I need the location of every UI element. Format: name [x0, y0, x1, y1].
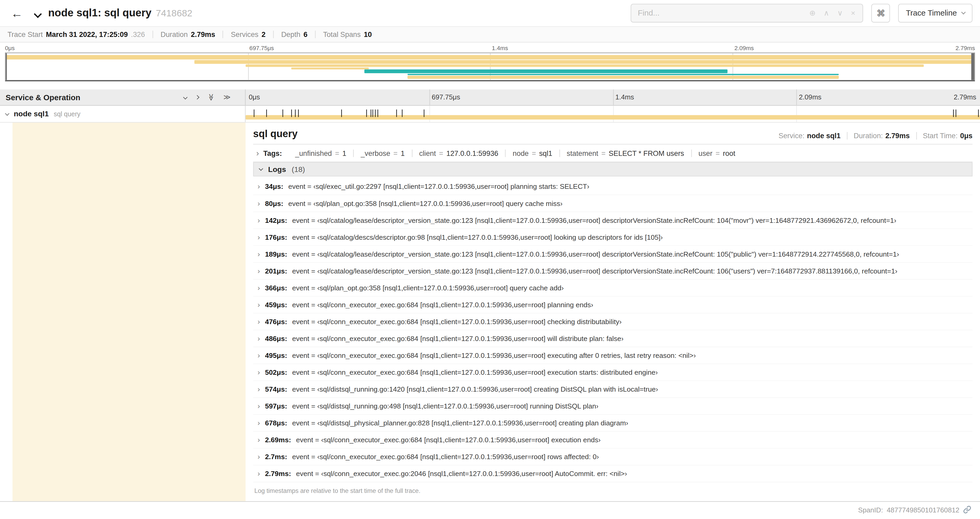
minimap-span-bar [246, 64, 924, 67]
span-collapse-chevron-icon[interactable] [5, 111, 10, 115]
span-detail-panel: sql query Service:node sql1 Duration:2.7… [245, 123, 980, 501]
log-marker-tick [423, 109, 424, 117]
log-time: 486μs: [265, 335, 287, 342]
minimap-graph[interactable] [5, 53, 975, 81]
log-marker-tick [291, 109, 292, 117]
log-row[interactable]: ›142μs:event = ‹sql/catalog/lease/descri… [253, 212, 973, 229]
log-row[interactable]: ›201μs:event = ‹sql/catalog/lease/descri… [253, 263, 973, 279]
log-text: event = ‹sql/conn_executor_exec.go:684 [… [292, 351, 696, 359]
collapse-all-icon[interactable]: ≫ [208, 94, 215, 101]
span-row-name-cell[interactable]: node sql1 sql query [0, 106, 245, 122]
log-row[interactable]: ›476μs:event = ‹sql/conn_executor_exec.g… [253, 313, 973, 331]
log-row[interactable]: ›459μs:event = ‹sql/conn_executor_exec.g… [253, 297, 973, 313]
tag-equals: = [393, 149, 398, 156]
chevron-down-icon [961, 10, 966, 14]
track-gridline [796, 106, 797, 122]
next-match-icon[interactable]: ∨ [837, 9, 843, 18]
span-id-label: SpanID: [858, 506, 883, 513]
expand-one-icon[interactable] [195, 95, 199, 100]
span-detail-meta: Service:node sql1 Duration:2.79ms Start … [772, 132, 972, 139]
log-marker-tick [373, 109, 373, 117]
span-duration-bar[interactable] [245, 115, 980, 120]
collapse-one-icon[interactable] [183, 95, 188, 100]
logs-accordion-header[interactable]: Logs (18) [253, 162, 973, 176]
tag-key: user [698, 149, 712, 156]
log-row[interactable]: ›2.69ms:event = ‹sql/conn_executor_exec.… [253, 432, 973, 449]
summary-value-suffix: .326 [131, 30, 145, 38]
log-row[interactable]: ›486μs:event = ‹sql/conn_executor_exec.g… [253, 331, 973, 347]
track-gridline [613, 106, 613, 122]
log-marker-tick [298, 109, 299, 117]
minimap-span-bar [407, 76, 838, 79]
find-controls: ⊕ ∧ ∨ × [802, 9, 863, 18]
log-row[interactable]: ›34μs:event = ‹sql/exec_util.go:2297 [ns… [253, 178, 973, 195]
log-time: 2.7ms: [265, 453, 287, 460]
log-text: event = ‹sql/conn_executor_exec.go:684 [… [296, 436, 601, 444]
minimap-span-bar [407, 74, 838, 75]
summary-value: 2.79ms [191, 30, 215, 38]
ruler-gridline [429, 89, 430, 105]
minimap-tick: 2.09ms [733, 44, 754, 51]
span-id-value: 4877749850101760812 [887, 506, 959, 513]
trace-page: ← node sql1: sql query7418682 ⊕ ∧ ∨ × ⌘ … [0, 0, 980, 519]
ruler-tick: 0μs [249, 93, 260, 101]
span-service-name: node sql1 [14, 109, 49, 118]
span-detail-wrap: sql query Service:node sql1 Duration:2.7… [0, 123, 980, 502]
tags-accordion[interactable]: › Tags: _unfinished=1 _verbose=1 client=… [253, 145, 973, 162]
tag-value: root [723, 149, 735, 156]
log-time: 80μs: [265, 200, 283, 207]
minimap-span-bar [6, 55, 974, 60]
summary-value: 2 [262, 30, 266, 38]
chevron-right-icon: › [258, 369, 260, 376]
find-zoom-icon[interactable]: ⊕ [809, 9, 816, 18]
trace-timeline-dropdown[interactable]: Trace Timeline [898, 4, 972, 22]
page-title: node sql1: sql query7418682 [48, 7, 192, 19]
log-row[interactable]: ›80μs:event = ‹sql/plan_opt.go:358 [nsql… [253, 195, 973, 212]
service-operation-label: Service & Operation [6, 93, 177, 102]
log-time: 34μs: [265, 183, 283, 190]
logs-count: (18) [292, 165, 305, 174]
log-row[interactable]: ›176μs:event = ‹sql/catalog/descs/descri… [253, 229, 973, 246]
span-row[interactable]: node sql1 sql query [0, 106, 980, 123]
log-row[interactable]: ›2.7ms:event = ‹sql/conn_executor_exec.g… [253, 449, 973, 465]
meta-start-time: Start Time:0μs [916, 132, 973, 139]
log-row[interactable]: ›189μs:event = ‹sql/catalog/lease/descri… [253, 246, 973, 263]
ruler-tick: 1.4ms [616, 93, 634, 101]
log-row[interactable]: ›495μs:event = ‹sql/conn_executor_exec.g… [253, 347, 973, 364]
log-text: event = ‹sql/conn_executor_exec.go:684 [… [292, 318, 622, 325]
log-text: event = ‹sql/conn_executor_exec.go:684 [… [292, 301, 593, 308]
minimap-left-scrubber-handle[interactable] [6, 53, 7, 80]
log-text: event = ‹sql/catalog/lease/descriptor_ve… [292, 217, 896, 224]
log-row[interactable]: ›597μs:event = ‹sql/distsql_running.go:4… [253, 398, 973, 415]
span-row-track[interactable] [245, 106, 980, 122]
chevron-right-icon: › [258, 335, 260, 342]
back-button[interactable]: ← [7, 7, 26, 19]
chevron-down-icon [259, 166, 263, 171]
log-time: 502μs: [265, 369, 287, 376]
expand-all-icon[interactable]: ≫ [223, 94, 231, 101]
log-text: event = ‹sql/distsql_running.go:498 [nsq… [292, 402, 598, 410]
keyboard-shortcuts-button[interactable]: ⌘ [872, 4, 890, 22]
ruler-tick: 697.75μs [432, 93, 460, 101]
minimap-right-scrubber-handle[interactable] [971, 53, 974, 80]
tag-equals: = [532, 149, 536, 156]
log-row[interactable]: ›366μs:event = ‹sql/plan_opt.go:358 [nsq… [253, 279, 973, 296]
find-input[interactable] [632, 9, 802, 18]
log-marker-tick [366, 109, 367, 117]
log-time: 476μs: [265, 318, 287, 325]
clear-find-icon[interactable]: × [851, 9, 855, 18]
log-time: 189μs: [265, 250, 287, 258]
log-marker-tick [396, 109, 397, 117]
deep-link-icon[interactable] [963, 506, 971, 514]
log-row[interactable]: ›2.79ms:event = ‹sql/conn_executor_exec.… [253, 465, 973, 482]
log-row[interactable]: ›678μs:event = ‹sql/distsql_physical_pla… [253, 415, 973, 432]
chevron-right-icon: › [258, 385, 260, 393]
trace-title-chevron-icon[interactable] [35, 8, 41, 19]
command-icon: ⌘ [877, 8, 885, 18]
meta-service: Service:node sql1 [772, 132, 847, 139]
log-row[interactable]: ›502μs:event = ‹sql/conn_executor_exec.g… [253, 364, 973, 381]
prev-match-icon[interactable]: ∧ [824, 9, 829, 18]
chevron-right-icon: › [258, 200, 260, 207]
log-row[interactable]: ›574μs:event = ‹sql/distsql_running.go:1… [253, 381, 973, 398]
trace-name: node sql1: sql query [48, 7, 151, 19]
